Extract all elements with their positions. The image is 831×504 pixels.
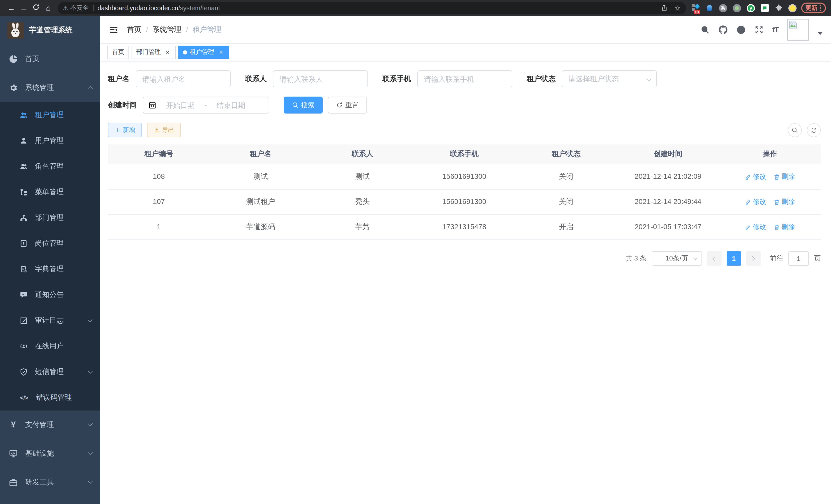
status-select-placeholder: 请选择租户状态 bbox=[568, 74, 619, 84]
edit-link[interactable]: 修改 bbox=[745, 197, 766, 207]
browser-back-icon[interactable]: ← bbox=[5, 4, 18, 12]
sidebar-item-user[interactable]: 用户管理 bbox=[0, 128, 100, 154]
sidebar: 芋道管理系统 首页 系统管理 租户管理 用户管理 角色管理 bbox=[0, 16, 100, 504]
warning-icon: ⚠ bbox=[63, 4, 68, 11]
sidebar-collapse-icon[interactable] bbox=[109, 24, 119, 35]
broken-image-icon bbox=[789, 20, 797, 29]
share-icon[interactable] bbox=[660, 4, 668, 12]
end-date-input[interactable] bbox=[211, 101, 251, 109]
bookmark-star-icon[interactable]: ☆ bbox=[674, 4, 681, 12]
tab-close-icon[interactable]: × bbox=[218, 49, 225, 56]
toggle-search-button[interactable] bbox=[788, 123, 802, 137]
add-button[interactable]: 新增 bbox=[108, 123, 142, 137]
date-range-separator: - bbox=[204, 101, 207, 109]
tab-tenant[interactable]: 租户管理 × bbox=[178, 46, 229, 59]
sidebar-item-label: 部门管理 bbox=[35, 213, 64, 223]
cell-contact: 秃头 bbox=[312, 189, 413, 214]
table-header-row: 租户编号 租户名 联系人 联系手机 租户状态 创建时间 操作 bbox=[108, 144, 821, 165]
create-time-range-picker[interactable]: - bbox=[143, 97, 269, 114]
page-size-select[interactable]: 10条/页 bbox=[652, 251, 702, 266]
omnibox-divider bbox=[93, 5, 93, 11]
export-button[interactable]: 导出 bbox=[147, 123, 181, 137]
sidebar-item-pay[interactable]: ¥ 支付管理 bbox=[0, 411, 100, 439]
sidebar-item-label: 短信管理 bbox=[35, 367, 64, 377]
tab-dept[interactable]: 部门管理 × bbox=[132, 46, 176, 59]
reset-button[interactable]: 重置 bbox=[328, 97, 367, 114]
cell-contact: 芋艿 bbox=[312, 215, 413, 239]
status-select[interactable]: 请选择租户状态 bbox=[562, 70, 657, 87]
search-button[interactable]: 搜索 bbox=[284, 97, 323, 114]
page-unit-label: 页 bbox=[814, 254, 821, 263]
browser-menu-icon[interactable] bbox=[820, 5, 821, 11]
sidebar-item-role[interactable]: 角色管理 bbox=[0, 154, 100, 179]
prev-page-button[interactable] bbox=[707, 251, 721, 266]
column-header: 联系手机 bbox=[413, 144, 515, 164]
extensions-puzzle-icon[interactable] bbox=[774, 4, 783, 12]
delete-label: 删除 bbox=[782, 197, 795, 207]
tab-home[interactable]: 首页 bbox=[107, 46, 129, 59]
font-size-icon[interactable]: tT bbox=[772, 25, 779, 34]
extension-chat-icon[interactable] bbox=[760, 4, 769, 12]
sidebar-item-devtools[interactable]: 研发工具 bbox=[0, 468, 100, 497]
sidebar-item-label: 租户管理 bbox=[35, 111, 64, 120]
sidebar-item-system[interactable]: 系统管理 bbox=[0, 73, 100, 102]
chevron-down-icon bbox=[693, 256, 698, 260]
github-icon[interactable] bbox=[718, 25, 728, 34]
header-search-icon[interactable] bbox=[700, 25, 710, 34]
edit-label: 修改 bbox=[753, 172, 766, 181]
pagination: 共 3 条 10条/页 1 前往 页 bbox=[108, 251, 821, 266]
sidebar-item-infra[interactable]: 基础设施 bbox=[0, 439, 100, 468]
avatar-dropdown-caret[interactable] bbox=[818, 32, 823, 35]
browser-home-icon[interactable]: ⌂ bbox=[42, 4, 55, 12]
edit-pencil-icon bbox=[745, 173, 751, 180]
extension-record-icon[interactable] bbox=[733, 4, 741, 12]
extension-grid-icon[interactable]: 10 bbox=[691, 4, 700, 12]
sidebar-item-error-code[interactable]: </> 错误码管理 bbox=[0, 385, 100, 411]
calendar-icon bbox=[148, 101, 156, 109]
tab-close-icon[interactable]: × bbox=[164, 49, 171, 56]
extension-command-icon[interactable]: ⌘ bbox=[719, 4, 727, 12]
sidebar-item-post[interactable]: 岗位管理 bbox=[0, 231, 100, 256]
sidebar-item-tenant[interactable]: 租户管理 bbox=[0, 102, 100, 128]
active-dot bbox=[183, 50, 187, 54]
cell-status: 开启 bbox=[515, 215, 617, 239]
edit-link[interactable]: 修改 bbox=[745, 223, 766, 232]
extension-balloon-icon[interactable] bbox=[705, 4, 714, 12]
sidebar-item-dept[interactable]: 部门管理 bbox=[0, 205, 100, 231]
breadcrumb-home[interactable]: 首页 bbox=[127, 25, 141, 34]
user-avatar[interactable] bbox=[787, 19, 809, 40]
goto-page-input[interactable] bbox=[789, 251, 809, 266]
post-badge-icon bbox=[20, 239, 28, 248]
app-logo-row[interactable]: 芋道管理系统 bbox=[0, 16, 100, 45]
contact-input[interactable] bbox=[273, 70, 368, 87]
tenant-name-input[interactable] bbox=[136, 70, 231, 87]
sidebar-item-home[interactable]: 首页 bbox=[0, 45, 100, 73]
search-button-label: 搜索 bbox=[301, 100, 315, 110]
next-page-button[interactable] bbox=[746, 251, 761, 266]
browser-update-button[interactable]: 更新 bbox=[801, 3, 826, 13]
sidebar-item-sms[interactable]: 短信管理 bbox=[0, 359, 100, 385]
start-date-input[interactable] bbox=[160, 101, 200, 109]
delete-link[interactable]: 删除 bbox=[773, 172, 795, 181]
extension-yuque-icon[interactable]: y bbox=[746, 4, 755, 12]
edit-link[interactable]: 修改 bbox=[745, 172, 766, 181]
site-security[interactable]: ⚠ 不安全 bbox=[63, 4, 89, 12]
browser-reload-icon[interactable] bbox=[30, 4, 42, 12]
browser-forward-icon[interactable]: → bbox=[18, 4, 30, 12]
breadcrumb-system[interactable]: 系统管理 bbox=[153, 25, 181, 34]
delete-link[interactable]: 删除 bbox=[773, 197, 795, 207]
current-page-button[interactable]: 1 bbox=[727, 251, 741, 266]
fullscreen-icon[interactable] bbox=[754, 25, 764, 34]
sidebar-item-menu[interactable]: 菜单管理 bbox=[0, 179, 100, 205]
sidebar-item-online-user[interactable]: 在线用户 bbox=[0, 333, 100, 359]
profile-avatar-icon[interactable] bbox=[788, 4, 797, 12]
address-bar[interactable]: ⚠ 不安全 dashboard.yudao.iocoder.cn /system… bbox=[58, 2, 686, 14]
refresh-table-button[interactable] bbox=[807, 123, 821, 137]
top-navbar: 首页 / 系统管理 / 租户管理 tT bbox=[100, 16, 831, 44]
mobile-input[interactable] bbox=[417, 70, 512, 87]
delete-link[interactable]: 删除 bbox=[773, 223, 795, 232]
sidebar-item-notice[interactable]: 通知公告 bbox=[0, 282, 100, 308]
help-icon[interactable] bbox=[737, 25, 746, 34]
sidebar-item-audit-log[interactable]: 审计日志 bbox=[0, 308, 100, 333]
sidebar-item-dict[interactable]: 字典管理 bbox=[0, 256, 100, 282]
